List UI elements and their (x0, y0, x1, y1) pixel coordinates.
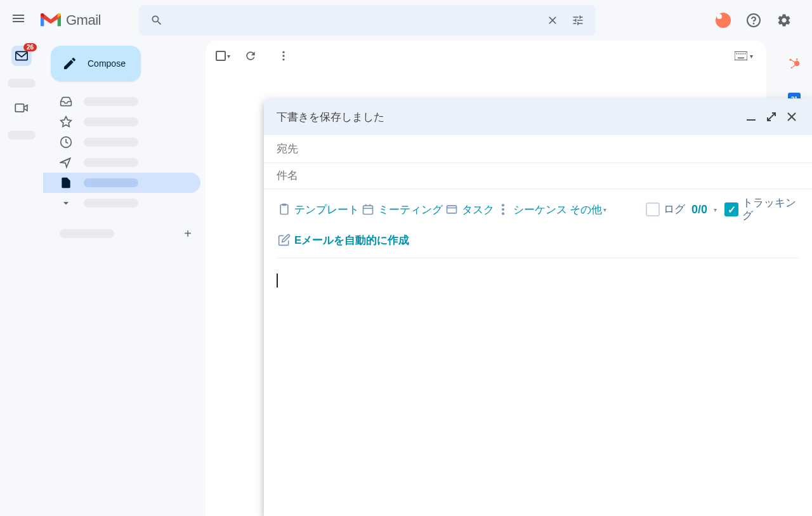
checkbox-icon (216, 51, 226, 61)
support-icon[interactable] (741, 8, 766, 33)
subject-input[interactable] (277, 169, 799, 182)
svg-point-8 (282, 51, 284, 53)
search-options-icon[interactable] (565, 8, 591, 33)
hs-log-label: ログ (664, 203, 685, 216)
refresh-button[interactable] (238, 43, 263, 69)
video-icon (15, 103, 29, 113)
clipboard-icon (278, 203, 291, 216)
document-icon (60, 176, 72, 189)
svg-line-22 (792, 60, 796, 62)
hs-auto-email-button[interactable]: Eメールを自動的に作成 (277, 230, 410, 250)
mail-toolbar: ▾ ▾ (206, 41, 766, 71)
svg-point-1 (754, 23, 754, 24)
nav-sent[interactable] (43, 152, 200, 173)
compose-body[interactable] (264, 263, 812, 516)
app-rail: 26 (0, 41, 43, 516)
svg-point-38 (502, 213, 504, 215)
svg-rect-30 (363, 206, 373, 215)
hs-tasks-button[interactable]: タスク (444, 200, 495, 220)
nav-more[interactable] (43, 193, 200, 213)
search-input[interactable] (169, 15, 540, 26)
hs-meetings-button[interactable]: ミーティング (360, 200, 444, 220)
svg-rect-3 (15, 104, 23, 112)
send-icon (60, 156, 72, 169)
compose-button[interactable]: Compose (51, 46, 141, 81)
compose-window: 下書きを保存しました 宛先 テンプレート ミーティング タス (264, 98, 812, 516)
inbox-icon (60, 95, 72, 108)
nav-starred[interactable] (43, 112, 200, 132)
close-button[interactable] (782, 107, 802, 127)
chevron-down-icon (60, 197, 72, 209)
search-bar[interactable] (139, 5, 596, 36)
hs-sequences-button[interactable]: シーケンス (495, 200, 568, 220)
hs-tracking-label: トラッキング (742, 197, 799, 223)
svg-rect-25 (747, 119, 756, 121)
svg-rect-2 (16, 51, 27, 60)
mail-badge: 26 (23, 43, 37, 51)
hs-tracking-checkbox[interactable] (724, 202, 738, 216)
sequence-icon (497, 203, 509, 216)
text-cursor (277, 274, 278, 288)
header-actions (710, 8, 807, 33)
subject-field[interactable] (264, 163, 812, 189)
search-icon[interactable] (144, 8, 169, 33)
more-options-button[interactable] (271, 43, 296, 69)
input-tools-button[interactable]: ▾ (731, 43, 756, 69)
svg-point-21 (791, 67, 793, 69)
fullscreen-button[interactable] (761, 107, 782, 127)
nav-label-placeholder (84, 117, 138, 126)
logo[interactable]: Gmail (41, 12, 101, 29)
logo-text: Gmail (66, 12, 101, 29)
hs-templates-button[interactable]: テンプレート (277, 200, 360, 220)
nav-label-placeholder (84, 158, 138, 167)
window-icon (445, 203, 458, 216)
hs-log-checkbox[interactable] (646, 202, 660, 216)
add-label-button[interactable]: + (180, 226, 195, 241)
main-menu-button[interactable] (5, 5, 36, 36)
svg-point-37 (502, 208, 504, 211)
rail-meet[interactable] (11, 98, 32, 118)
svg-rect-14 (740, 53, 742, 55)
nav-drafts[interactable] (43, 173, 200, 193)
to-label: 宛先 (277, 143, 298, 155)
labels-header-placeholder (60, 229, 114, 238)
header: Gmail (0, 0, 812, 41)
calendar-icon (362, 203, 374, 216)
nav-label-placeholder (84, 178, 138, 187)
panel-hubspot[interactable] (782, 51, 807, 76)
nav-label-placeholder (84, 138, 138, 147)
svg-rect-11 (735, 51, 747, 60)
compose-header[interactable]: 下書きを保存しました (264, 98, 812, 135)
hs-tracking-group: トラッキング (724, 197, 799, 223)
nav-inbox[interactable] (43, 91, 200, 112)
hs-log-count: 0/0 (691, 203, 707, 216)
star-icon (60, 116, 72, 128)
recipients-field[interactable]: 宛先 (264, 135, 812, 163)
svg-rect-28 (280, 205, 288, 215)
nav-snoozed[interactable] (43, 132, 200, 152)
hs-log-group: ログ 0/0 ▾ (646, 202, 717, 216)
svg-rect-29 (282, 204, 287, 206)
keyboard-icon (735, 51, 747, 60)
svg-marker-7 (61, 158, 70, 167)
hs-log-dropdown[interactable]: ▾ (714, 206, 717, 213)
hs-other-button[interactable]: その他▾ (568, 200, 608, 220)
svg-rect-12 (736, 53, 737, 55)
rail-placeholder (8, 131, 36, 140)
svg-point-9 (282, 55, 284, 56)
sidebar: Compose (43, 41, 206, 516)
svg-rect-16 (744, 53, 745, 55)
settings-icon[interactable] (771, 8, 797, 33)
svg-point-19 (796, 58, 798, 60)
compose-title: 下書きを保存しました (277, 110, 741, 124)
compose-label: Compose (88, 58, 126, 69)
select-all[interactable]: ▾ (216, 51, 230, 61)
hubspot-header-icon[interactable] (710, 8, 736, 33)
hubspot-toolbar: テンプレート ミーティング タスク シーケンス その他▾ ログ 0/0 ▾ (264, 189, 812, 263)
clear-search-icon[interactable] (540, 8, 565, 33)
svg-rect-34 (447, 206, 457, 214)
gmail-icon (41, 13, 61, 28)
rail-mail[interactable]: 26 (11, 46, 32, 66)
chevron-down-icon: ▾ (227, 53, 230, 60)
minimize-button[interactable] (741, 107, 761, 127)
